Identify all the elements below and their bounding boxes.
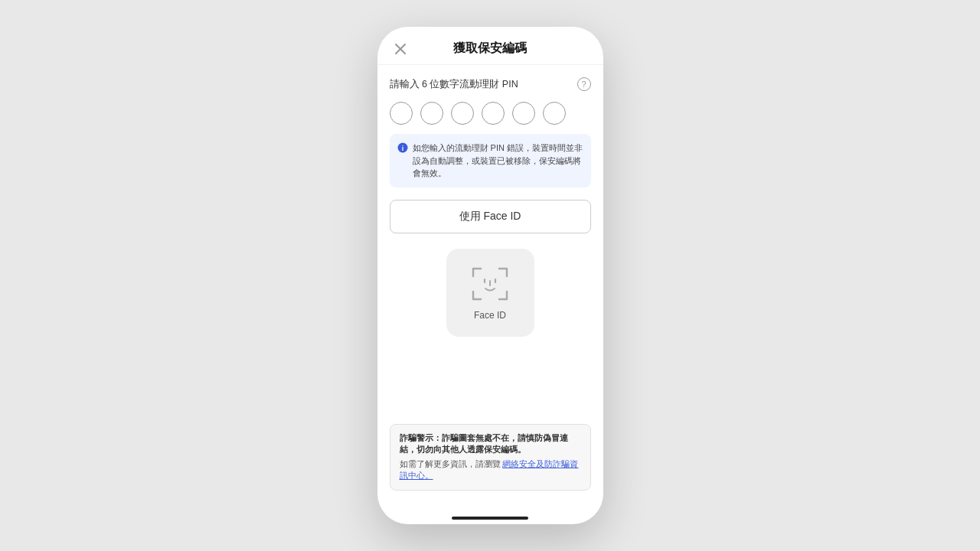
close-button[interactable] — [390, 38, 411, 60]
svg-text:i: i — [401, 145, 403, 152]
use-face-id-button[interactable]: 使用 Face ID — [390, 200, 591, 233]
pin-circle-6 — [543, 102, 566, 125]
info-icon: i — [397, 142, 408, 180]
pin-circle-2 — [420, 102, 443, 125]
face-id-label: Face ID — [474, 310, 506, 321]
help-icon-text: ? — [581, 80, 586, 89]
use-face-id-label: 使用 Face ID — [459, 210, 521, 223]
help-icon[interactable]: ? — [577, 77, 591, 91]
pin-circle-3 — [451, 102, 474, 125]
warning-text: 如需了解更多資訊，請瀏覽 網絡安全及防詐騙資訊中心。 — [400, 458, 581, 483]
face-id-card[interactable]: Face ID — [446, 249, 534, 337]
home-indicator — [377, 510, 603, 524]
info-text: 如您輸入的流動理財 PIN 錯誤，裝置時間並非設為自動調整，或裝置已被移除，保安… — [413, 142, 583, 180]
info-box: i 如您輸入的流動理財 PIN 錯誤，裝置時間並非設為自動調整，或裝置已被移除，… — [390, 134, 591, 187]
close-icon — [394, 43, 407, 55]
pin-circles — [390, 102, 591, 125]
home-bar — [452, 517, 528, 520]
modal-header: 獲取保安編碼 — [377, 27, 603, 65]
modal-title: 獲取保安編碼 — [453, 41, 527, 57]
warning-title: 詐騙警示：詐騙圖套無處不在，請慎防偽冒連結，切勿向其他人透露保安編碼。 — [400, 432, 581, 455]
warning-prefix: 如需了解更多資訊，請瀏覽 — [400, 459, 503, 468]
spacer — [390, 337, 591, 424]
modal-body: 請輸入 6 位數字流動理財 PIN ? i 如您輸入的流動理財 PIN 錯誤，裝… — [377, 65, 603, 510]
pin-circle-1 — [390, 102, 413, 125]
pin-circle-4 — [482, 102, 505, 125]
pin-label-row: 請輸入 6 位數字流動理財 PIN ? — [390, 77, 591, 91]
face-id-scan-icon — [470, 264, 510, 304]
pin-label-text: 請輸入 6 位數字流動理財 PIN — [390, 78, 518, 91]
warning-box: 詐騙警示：詐騙圖套無處不在，請慎防偽冒連結，切勿向其他人透露保安編碼。 如需了解… — [390, 424, 591, 491]
phone-frame: 獲取保安編碼 請輸入 6 位數字流動理財 PIN ? i — [377, 27, 603, 524]
pin-circle-5 — [512, 102, 535, 125]
